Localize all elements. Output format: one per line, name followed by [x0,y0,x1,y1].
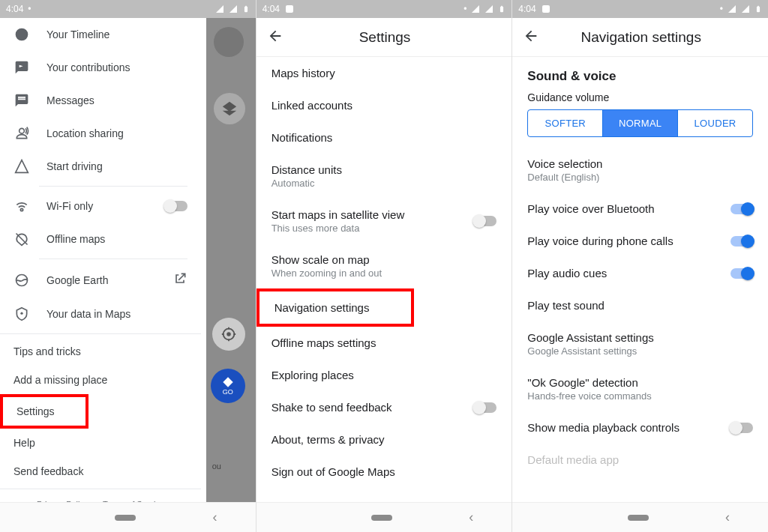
nav-home-pill[interactable] [371,515,392,521]
setting-distance-units[interactable]: Distance unitsAutomatic [256,154,512,199]
privacy-link[interactable]: Privacy Policy [37,500,88,502]
battery-icon [498,4,506,14]
drawer-item-send-feedback[interactable]: Send feedback [0,457,201,486]
drawer-item-wifi-only[interactable]: Wi-Fi only [0,190,201,223]
setting-media-controls[interactable]: Show media playback controls [512,411,768,444]
setting-default-media[interactable]: Default media app [512,444,768,476]
setting-satellite[interactable]: Start maps in satellite viewThis uses mo… [256,199,512,244]
drawer-item-tips[interactable]: Tips and tricks [0,337,201,366]
setting-voice-selection[interactable]: Voice selectionDefault (English) [512,148,768,193]
drawer-item-timeline[interactable]: Your Timeline [0,18,201,51]
divider [39,186,188,187]
setting-test-sound[interactable]: Play test sound [512,289,768,321]
nav-back-icon[interactable]: ‹ [213,510,218,525]
settings-list[interactable]: Maps history Linked accounts Notificatio… [256,57,512,502]
signal-icon [728,4,736,13]
seg-normal[interactable]: NORMAL [602,110,677,136]
drawer-item-contributions[interactable]: Your contributions [0,51,201,84]
audio-cues-toggle[interactable] [730,268,753,279]
setting-linked-accounts[interactable]: Linked accounts [256,89,512,121]
nav-home-pill[interactable] [115,515,136,521]
earth-icon [14,273,30,288]
svg-rect-5 [542,5,550,13]
notification-dot-icon: • [464,4,466,14]
setting-offline-maps-settings[interactable]: Offline maps settings [256,327,512,359]
drawer-item-location-sharing[interactable]: Location sharing [0,117,201,150]
contributions-icon [14,60,30,75]
youtube-icon [541,5,551,13]
drawer-label: Wi-Fi only [46,200,93,212]
bottom-sheet-hint: ou [212,462,221,471]
seg-softer[interactable]: SOFTER [528,110,602,136]
setting-ok-google[interactable]: "Ok Google" detectionHands-free voice co… [512,366,768,411]
drawer-label: Your contributions [46,61,130,73]
setting-audio-cues[interactable]: Play audio cues [512,257,768,289]
drawer-label: Location sharing [46,127,124,139]
shield-icon [14,306,30,321]
satellite-toggle[interactable] [474,216,496,226]
status-time: 4:04 [6,4,23,14]
timeline-icon [14,27,30,42]
back-button[interactable] [523,28,539,47]
signal-icon [741,4,750,13]
location-sharing-icon [14,126,30,141]
status-bar: 4:04 • [256,0,512,18]
go-label: GO [223,388,233,396]
media-controls-toggle[interactable] [730,423,753,433]
guidance-volume-segmented: SOFTER NORMAL LOUDER [527,109,753,137]
drawer-item-add-missing[interactable]: Add a missing place [0,366,201,394]
shake-toggle[interactable] [474,402,496,413]
messages-icon [14,93,30,108]
drawer-item-help[interactable]: Help [0,429,201,457]
divider [39,259,188,259]
drawer-item-messages[interactable]: Messages [0,84,201,117]
screen-navigation-settings: 4:04 • Navigation settings Sound & voice… [512,0,768,532]
notification-indicator-icon: • [28,4,31,14]
layers-button[interactable] [214,93,245,124]
drawer-label: Your Timeline [46,28,110,40]
setting-shake-feedback[interactable]: Shake to send feedback [256,391,512,423]
nav-home-pill[interactable] [628,515,649,521]
drawer-item-settings[interactable]: Settings [0,394,88,429]
profile-avatar[interactable] [214,27,244,57]
go-fab[interactable]: GO [211,369,245,403]
setting-notifications[interactable]: Notifications [256,121,512,154]
setting-exploring-places[interactable]: Exploring places [256,359,512,391]
back-button[interactable] [267,28,284,47]
signal-icon [215,4,224,13]
status-bar: 4:04 • [512,0,768,18]
setting-assistant[interactable]: Google Assistant settingsGoogle Assistan… [512,321,768,366]
page-title: Navigation settings [550,29,732,46]
terms-link[interactable]: Terms of Service [103,500,164,502]
svg-point-3 [20,312,22,315]
drawer-item-your-data[interactable]: Your data in Maps [0,297,201,330]
setting-scale[interactable]: Show scale on mapWhen zooming in and out [256,244,512,288]
setting-navigation-settings[interactable]: Navigation settings [256,288,415,327]
guidance-volume-label: Guidance volume [512,91,768,109]
seg-louder[interactable]: LOUDER [677,110,752,136]
setting-maps-history[interactable]: Maps history [256,57,512,89]
screen-settings: 4:04 • Settings Maps history Linked acco… [256,0,513,532]
drawer-label: Google Earth [46,274,109,286]
status-bar: 4:04 • [0,0,256,18]
nav-back-icon[interactable]: ‹ [469,510,473,525]
notification-dot-icon: • [720,4,723,14]
screen-maps-drawer: 4:04 • GO ou [0,0,256,532]
youtube-icon [284,5,295,13]
setting-bluetooth-voice[interactable]: Play voice over Bluetooth [512,193,768,225]
drawer-item-google-earth[interactable]: Google Earth [0,262,201,297]
setting-about[interactable]: About, terms & privacy [256,423,512,456]
svg-rect-4 [286,5,293,13]
phone-calls-toggle[interactable] [730,236,753,247]
signal-icon [484,4,494,13]
setting-sign-out[interactable]: Sign out of Google Maps [256,456,512,488]
locate-button[interactable] [212,318,245,351]
wifi-only-toggle[interactable] [165,201,188,211]
setting-voice-phone-calls[interactable]: Play voice during phone calls [512,225,768,257]
nav-settings-list[interactable]: Sound & voice Guidance volume SOFTER NOR… [512,57,768,502]
drawer-item-start-driving[interactable]: Start driving [0,150,201,183]
nav-back-icon[interactable]: ‹ [725,510,730,525]
signal-icon [229,4,238,13]
bluetooth-toggle[interactable] [730,204,753,214]
drawer-item-offline-maps[interactable]: Offline maps [0,223,201,256]
